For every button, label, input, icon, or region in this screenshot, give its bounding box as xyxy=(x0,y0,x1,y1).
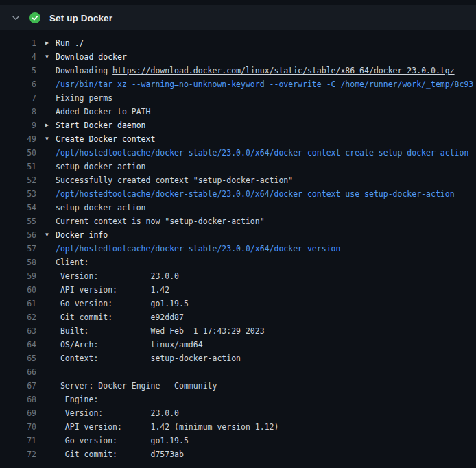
check-circle-icon xyxy=(29,12,40,23)
line-number[interactable]: 60 xyxy=(0,283,36,297)
line-number[interactable]: 9 xyxy=(0,119,36,132)
log-text: Built: Wed Feb 1 17:43:29 2023 xyxy=(56,324,476,338)
log-line: 5 Downloading https://download.docker.co… xyxy=(0,64,476,77)
line-number[interactable]: 64 xyxy=(0,338,36,352)
log-text: Git commit: d7573ab xyxy=(56,447,476,461)
log-line: 6 /usr/bin/tar xz --warning=no-unknown-k… xyxy=(0,77,476,91)
line-number[interactable]: 50 xyxy=(0,146,36,160)
log-line: 56 ▼ Docker info xyxy=(0,228,476,242)
log-line: 4 ▼ Download docker xyxy=(0,50,476,64)
line-number[interactable]: 55 xyxy=(0,214,36,228)
line-number[interactable]: 67 xyxy=(0,379,36,393)
log-text: Successfully created context "setup-dock… xyxy=(56,173,476,187)
log-line: 58 Client: xyxy=(0,256,476,269)
triangle-right-icon[interactable]: ▶ xyxy=(36,36,56,50)
line-number[interactable]: 59 xyxy=(0,269,36,283)
line-number[interactable]: 69 xyxy=(0,406,36,420)
line-number[interactable]: 57 xyxy=(0,242,36,256)
log-line: 54 setup-docker-action xyxy=(0,201,476,214)
line-number[interactable]: 58 xyxy=(0,256,36,269)
log-text: Downloading https://download.docker.com/… xyxy=(56,64,476,77)
log-text: Client: xyxy=(56,256,476,269)
log-line: 63 Built: Wed Feb 1 17:43:29 2023 xyxy=(0,324,476,338)
line-number[interactable]: 72 xyxy=(0,447,36,461)
log-text: Engine: xyxy=(56,393,476,406)
log-line: 65 Context: setup-docker-action xyxy=(0,352,476,365)
line-number[interactable]: 65 xyxy=(0,352,36,365)
log-line: 64 OS/Arch: linux/amd64 xyxy=(0,338,476,352)
line-number[interactable]: 68 xyxy=(0,393,36,406)
log-text: Start Docker daemon xyxy=(56,119,476,132)
line-number[interactable]: 53 xyxy=(0,187,36,201)
line-number[interactable]: 62 xyxy=(0,310,36,324)
log-line: 1 ▶ Run ./ xyxy=(0,36,476,50)
line-number[interactable]: 66 xyxy=(0,365,36,379)
triangle-right-icon[interactable]: ▶ xyxy=(36,119,56,132)
log-line: 71 Go version: go1.19.5 xyxy=(0,434,476,447)
top-spacer xyxy=(0,0,476,5)
triangle-down-icon[interactable]: ▼ xyxy=(36,228,56,242)
log-container: 1 ▶ Run ./ 4 ▼ Download docker 5 Downloa… xyxy=(0,31,476,461)
log-text: Create Docker context xyxy=(56,132,476,146)
log-text: /opt/hostedtoolcache/docker-stable/23.0.… xyxy=(56,242,476,256)
log-text: Added Docker to PATH xyxy=(56,105,476,119)
log-line: 7 Fixing perms xyxy=(0,91,476,105)
log-text: /usr/bin/tar xz --warning=no-unknown-key… xyxy=(56,77,476,91)
triangle-down-icon[interactable]: ▼ xyxy=(36,132,56,146)
workflow-log-page: Set up Docker 1 ▶ Run ./ 4 ▼ Download do… xyxy=(0,0,476,461)
line-number[interactable]: 5 xyxy=(0,64,36,77)
log-text: API version: 1.42 xyxy=(56,283,476,297)
line-number[interactable]: 8 xyxy=(0,105,36,119)
line-number[interactable]: 71 xyxy=(0,434,36,447)
log-text: OS/Arch: linux/amd64 xyxy=(56,338,476,352)
line-number[interactable]: 63 xyxy=(0,324,36,338)
log-text: Run ./ xyxy=(56,36,476,50)
log-line: 51 setup-docker-action xyxy=(0,160,476,173)
log-line: 49 ▼ Create Docker context xyxy=(0,132,476,146)
log-text: Docker info xyxy=(56,228,476,242)
log-text: Fixing perms xyxy=(56,91,476,105)
log-line: 66 xyxy=(0,365,476,379)
download-url-link[interactable]: https://download.docker.com/linux/static… xyxy=(112,66,455,75)
log-text: /opt/hostedtoolcache/docker-stable/23.0.… xyxy=(56,187,476,201)
log-line: 57 /opt/hostedtoolcache/docker-stable/23… xyxy=(0,242,476,256)
log-text: Context: setup-docker-action xyxy=(56,352,476,365)
log-line: 50 /opt/hostedtoolcache/docker-stable/23… xyxy=(0,146,476,160)
log-text: setup-docker-action xyxy=(56,201,476,214)
log-line: 61 Go version: go1.19.5 xyxy=(0,297,476,310)
line-number[interactable]: 61 xyxy=(0,297,36,310)
triangle-down-icon[interactable]: ▼ xyxy=(36,50,56,64)
log-text: setup-docker-action xyxy=(56,160,476,173)
log-line: 68 Engine: xyxy=(0,393,476,406)
chevron-down-icon[interactable] xyxy=(11,13,21,23)
log-text: Server: Docker Engine - Community xyxy=(56,379,476,393)
line-number[interactable]: 1 xyxy=(0,36,36,50)
log-line: 70 API version: 1.42 (minimum version 1.… xyxy=(0,420,476,434)
line-number[interactable]: 4 xyxy=(0,50,36,64)
line-number[interactable]: 51 xyxy=(0,160,36,173)
line-number[interactable]: 7 xyxy=(0,91,36,105)
line-number[interactable]: 6 xyxy=(0,77,36,91)
log-text: Current context is now "setup-docker-act… xyxy=(56,214,476,228)
log-text: /opt/hostedtoolcache/docker-stable/23.0.… xyxy=(56,146,476,160)
line-number[interactable]: 70 xyxy=(0,420,36,434)
line-number[interactable]: 49 xyxy=(0,132,36,146)
log-text: Download docker xyxy=(56,50,476,64)
line-number[interactable]: 52 xyxy=(0,173,36,187)
log-line: 55 Current context is now "setup-docker-… xyxy=(0,214,476,228)
line-number[interactable]: 56 xyxy=(0,228,36,242)
log-line: 60 API version: 1.42 xyxy=(0,283,476,297)
log-text: Go version: go1.19.5 xyxy=(56,297,476,310)
step-header[interactable]: Set up Docker xyxy=(0,5,476,31)
log-line: 53 /opt/hostedtoolcache/docker-stable/23… xyxy=(0,187,476,201)
step-title: Set up Docker xyxy=(49,13,112,23)
log-line: 52 Successfully created context "setup-d… xyxy=(0,173,476,187)
log-line: 69 Version: 23.0.0 xyxy=(0,406,476,420)
log-text: Version: 23.0.0 xyxy=(56,406,476,420)
line-number[interactable]: 54 xyxy=(0,201,36,214)
log-text: Git commit: e92dd87 xyxy=(56,310,476,324)
log-text: Version: 23.0.0 xyxy=(56,269,476,283)
log-line: 67 Server: Docker Engine - Community xyxy=(0,379,476,393)
log-line: 72 Git commit: d7573ab xyxy=(0,447,476,461)
log-line: 9 ▶ Start Docker daemon xyxy=(0,119,476,132)
